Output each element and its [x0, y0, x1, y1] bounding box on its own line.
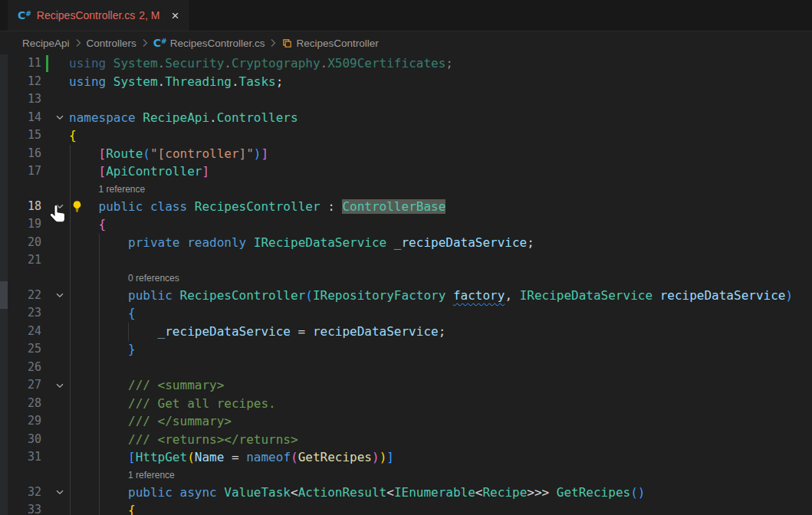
fold-gutter	[51, 304, 69, 323]
code-line-29[interactable]: 29 /// </summary>	[0, 412, 812, 431]
code-text: {	[69, 215, 106, 234]
gutter-decorations	[44, 359, 51, 377]
code-line-21[interactable]: 21	[0, 251, 812, 270]
fold-gutter	[51, 251, 69, 270]
code-line-33[interactable]: 33 {	[0, 501, 812, 515]
code-line-18[interactable]: 18 public class RecipesController : Cont…	[0, 198, 812, 216]
code-text: [ApiController]	[69, 162, 209, 181]
breadcrumb-label: RecipesController	[296, 38, 378, 49]
code-line-14[interactable]: 14namespace RecipeApi.Controllers	[0, 109, 812, 127]
code-text: public class RecipesController : Control…	[69, 198, 445, 216]
symbol-class-icon	[281, 38, 293, 49]
code-line-22[interactable]: 22 public RecipesController(IRepositoryF…	[0, 287, 812, 305]
breadcrumb-label: RecipeApi	[22, 38, 70, 49]
fold-chevron-icon[interactable]	[51, 287, 69, 305]
gutter-decorations	[44, 323, 51, 341]
git-added-indicator	[46, 55, 48, 72]
fold-gutter	[51, 145, 69, 163]
gutter-decorations	[44, 376, 51, 395]
gutter-decorations	[44, 73, 51, 91]
gutter-decorations	[44, 431, 51, 449]
code-line-15[interactable]: 15{	[0, 126, 812, 145]
code-line-19[interactable]: 19 {	[0, 215, 812, 234]
gutter-decorations	[44, 126, 51, 145]
code-text: /// </summary>	[69, 412, 232, 431]
code-line-28[interactable]: 28 /// Get all recipes.	[0, 395, 812, 413]
fold-gutter	[51, 431, 69, 449]
code-text: private readonly IRecipeDataService _rec…	[69, 234, 534, 252]
fold-gutter	[51, 73, 69, 91]
code-text: public RecipesController(IRepositoryFact…	[69, 287, 793, 305]
code-line-20[interactable]: 20 private readonly IRecipeDataService _…	[0, 234, 812, 252]
code-line-27[interactable]: 27 /// <summary>	[0, 376, 812, 395]
fold-gutter	[51, 340, 69, 359]
mouse-hand-cursor	[48, 204, 67, 230]
lightbulb-icon[interactable]	[71, 200, 84, 213]
code-line-11[interactable]: 11using System.Security.Cryptography.X50…	[0, 54, 812, 73]
breadcrumb-item-recipeapi[interactable]: RecipeApi	[22, 38, 70, 49]
gutter-decorations	[44, 54, 51, 73]
gutter-decorations	[44, 484, 51, 502]
code-line-17[interactable]: 17 [ApiController]	[0, 162, 812, 181]
csharp-file-icon: C#	[18, 10, 31, 21]
code-line-24[interactable]: 24 _recipeDataService = recipeDataServic…	[0, 323, 812, 341]
code-line-13[interactable]: 13	[0, 90, 812, 109]
codelens-reference[interactable]: 0 references	[0, 270, 812, 287]
codelens-reference[interactable]: 1 reference	[0, 467, 812, 484]
tab-modified-badge: 2, M	[139, 9, 159, 21]
code-line-32[interactable]: 32 public async ValueTask<ActionResult<I…	[0, 484, 812, 502]
gutter-decorations	[44, 251, 51, 270]
squiggle-warning: factory	[453, 288, 505, 303]
code-text: public async ValueTask<ActionResult<IEnu…	[69, 484, 645, 502]
gutter-decorations	[44, 145, 51, 163]
code-line-25[interactable]: 25 }	[0, 340, 812, 359]
fold-gutter	[51, 54, 69, 73]
vscode-window: C# RecipesController.cs 2, M × RecipeApi…	[0, 0, 812, 515]
breadcrumb-item-recipescontroller[interactable]: RecipesController	[281, 38, 378, 49]
gutter-decorations	[44, 412, 51, 431]
breadcrumb-label: RecipesController.cs	[170, 38, 265, 49]
fold-gutter	[51, 395, 69, 413]
gutter-decorations	[44, 90, 51, 109]
close-tab-icon[interactable]: ×	[171, 9, 179, 22]
code-line-31[interactable]: 31 [HttpGet(Name = nameof(GetRecipes))]	[0, 448, 812, 467]
code-text: }	[69, 340, 136, 359]
code-text: /// Get all recipes.	[69, 395, 276, 413]
fold-chevron-icon[interactable]	[51, 109, 69, 127]
fold-gutter	[51, 412, 69, 431]
scrollbar-thumb[interactable]	[0, 281, 8, 309]
left-scrollbar[interactable]	[0, 54, 8, 515]
fold-gutter	[51, 359, 69, 377]
code-line-26[interactable]: 26	[0, 359, 812, 377]
code-line-16[interactable]: 16 [Route("[controller]")]	[0, 145, 812, 163]
breadcrumb-label: Controllers	[87, 38, 136, 49]
fold-gutter	[51, 234, 69, 252]
code-text: {	[69, 304, 136, 323]
editor-tab[interactable]: C# RecipesController.cs 2, M ×	[8, 0, 189, 31]
code-line-30[interactable]: 30 /// <returns></returns>	[0, 431, 812, 449]
fold-chevron-icon[interactable]	[51, 376, 69, 395]
word-highlight: ControllerBase	[342, 199, 445, 214]
fold-gutter	[51, 448, 69, 467]
chevron-right-icon	[74, 38, 82, 48]
breadcrumb: RecipeApiControllersC#RecipesController.…	[0, 31, 812, 54]
fold-gutter	[51, 126, 69, 145]
gutter-decorations	[44, 340, 51, 359]
code-text: [HttpGet(Name = nameof(GetRecipes))]	[69, 448, 394, 467]
fold-gutter	[51, 323, 69, 341]
breadcrumb-item-recipescontroller-cs[interactable]: C#RecipesController.cs	[153, 38, 265, 49]
code-text: _recipeDataService = recipeDataService;	[69, 323, 445, 341]
gutter-decorations	[44, 234, 51, 252]
code-line-23[interactable]: 23 {	[0, 304, 812, 323]
tab-title: RecipesController.cs	[37, 9, 135, 21]
tab-bar: C# RecipesController.cs 2, M ×	[0, 0, 812, 31]
breadcrumb-item-controllers[interactable]: Controllers	[87, 38, 136, 49]
gutter-decorations	[44, 501, 51, 515]
gutter-decorations	[44, 162, 51, 181]
code-line-12[interactable]: 12using System.Threading.Tasks;	[0, 73, 812, 91]
gutter-decorations	[44, 304, 51, 323]
codelens-reference[interactable]: 1 reference	[0, 181, 812, 198]
fold-chevron-icon[interactable]	[51, 484, 69, 502]
code-text: {	[69, 501, 136, 515]
code-text: {	[69, 126, 77, 145]
